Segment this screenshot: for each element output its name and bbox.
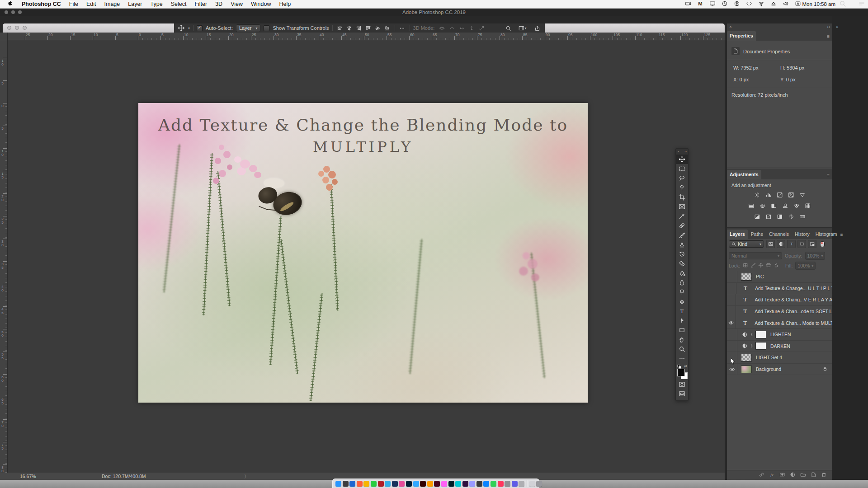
selective-color-button[interactable] bbox=[787, 213, 795, 220]
gradient-tool[interactable] bbox=[676, 268, 688, 278]
vibrance-button[interactable] bbox=[798, 192, 806, 198]
layer-row-pic[interactable]: PIC bbox=[727, 271, 832, 283]
status-m-logo[interactable]: M bbox=[697, 0, 703, 8]
layer-name[interactable]: LIGHTEN bbox=[770, 332, 791, 337]
share-button[interactable] bbox=[533, 24, 541, 32]
layer-row-add-texture-chan-ode-to-soft-light[interactable]: TAdd Texture & Chan...ode to SOFT LIGHT bbox=[727, 306, 832, 318]
dock-app-12[interactable] bbox=[413, 481, 419, 487]
foreground-color-swatch[interactable] bbox=[677, 369, 685, 376]
status-chevron-icon[interactable]: 〉 bbox=[244, 474, 249, 480]
blend-mode-dropdown[interactable]: Normal▾ bbox=[729, 252, 782, 259]
menubar-clock[interactable]: Mon 10:58 am bbox=[801, 1, 836, 7]
dock-app-13[interactable] bbox=[420, 481, 426, 487]
layer-row-add-texture-change-u-l-t-i-p-l-y-or[interactable]: TAdd Texture & Change... U L T I P L Y o… bbox=[727, 283, 832, 295]
rectangle-tool[interactable] bbox=[676, 325, 688, 335]
dock-app-4[interactable] bbox=[357, 481, 363, 487]
menu-item-file[interactable]: File bbox=[65, 1, 82, 7]
menu-item-window[interactable]: Window bbox=[247, 1, 275, 7]
add-layer-mask-button[interactable] bbox=[779, 471, 785, 479]
menu-item-image[interactable]: Image bbox=[100, 1, 124, 7]
curves-button[interactable] bbox=[776, 192, 783, 198]
slide-3d-camera-button[interactable] bbox=[467, 24, 476, 32]
channel-mixer-button[interactable] bbox=[793, 202, 801, 209]
zoom-level-field[interactable]: 16.67% bbox=[20, 474, 36, 479]
height-field[interactable]: H: 5304 px bbox=[780, 65, 804, 70]
layer-thumbnail[interactable] bbox=[741, 366, 752, 373]
horizontal-ruler[interactable]: 2520151050510152025303540455055606570758… bbox=[7, 33, 725, 40]
dock-app-21[interactable] bbox=[476, 481, 482, 487]
panel-menu-icon[interactable]: ≡ bbox=[827, 34, 832, 41]
status-spotlight[interactable] bbox=[839, 0, 846, 9]
document-titlebar-right[interactable] bbox=[545, 23, 725, 33]
dock-app-11[interactable] bbox=[406, 481, 412, 487]
eraser-tool[interactable] bbox=[676, 259, 688, 268]
dock-app-26[interactable] bbox=[512, 481, 518, 487]
new-adjustment-layer-button[interactable] bbox=[790, 471, 796, 479]
edit-toolbar-tool[interactable] bbox=[676, 354, 688, 363]
layer-row-lighten[interactable]: LIGHTEN bbox=[727, 329, 832, 341]
opacity-value[interactable]: 100%▾ bbox=[805, 252, 826, 260]
dock-app-2[interactable] bbox=[343, 481, 349, 487]
layer-visibility-toggle[interactable] bbox=[727, 283, 736, 294]
dock-app-22[interactable] bbox=[483, 481, 489, 487]
status-accessibility[interactable] bbox=[734, 0, 740, 8]
hue-saturation-button[interactable] bbox=[748, 202, 755, 209]
panel-menu-icon[interactable]: ≡ bbox=[840, 232, 846, 239]
align-vertical-centers-button[interactable] bbox=[374, 24, 382, 32]
vertical-ruler[interactable]: 10505101520253035404550556065707580 bbox=[0, 40, 8, 473]
dock-app-16[interactable] bbox=[441, 481, 447, 487]
delete-layer-button[interactable] bbox=[821, 471, 827, 479]
expand-dock-icon[interactable]: « bbox=[836, 24, 838, 29]
lasso-tool[interactable] bbox=[676, 174, 688, 183]
posterize-button[interactable] bbox=[764, 213, 772, 220]
layer-name[interactable]: LIGHT Set 4 bbox=[756, 355, 782, 360]
fill-value[interactable]: 100%▾ bbox=[795, 262, 816, 270]
lock-lock-transparent-button[interactable] bbox=[743, 263, 748, 269]
tab-properties[interactable]: Properties bbox=[727, 31, 756, 41]
status-eject[interactable] bbox=[770, 0, 777, 8]
dock-app-6[interactable] bbox=[371, 481, 377, 487]
default-colors-icon[interactable] bbox=[677, 365, 680, 368]
align-left-edges-button[interactable] bbox=[336, 24, 344, 32]
dock-app-7[interactable] bbox=[378, 481, 384, 487]
layer-row-darken[interactable]: DARKEN bbox=[727, 341, 832, 352]
type-tool[interactable]: T bbox=[676, 306, 688, 316]
layer-filter-toggle[interactable] bbox=[820, 241, 825, 247]
dock-app-3[interactable] bbox=[349, 481, 355, 487]
roll-3d-camera-button[interactable] bbox=[448, 24, 456, 32]
layer-visibility-toggle[interactable] bbox=[727, 352, 737, 363]
type-layer-filter-button[interactable]: T bbox=[787, 240, 796, 248]
auto-select-checkbox[interactable] bbox=[197, 25, 203, 31]
width-field[interactable]: W: 7952 px bbox=[733, 65, 758, 70]
marquee-tool[interactable] bbox=[676, 164, 688, 174]
status-input-source[interactable] bbox=[795, 0, 801, 8]
new-group-button[interactable] bbox=[800, 471, 806, 479]
dock-finder[interactable] bbox=[335, 481, 341, 487]
clone-stamp-tool[interactable] bbox=[676, 240, 688, 249]
document-titlebar-left[interactable] bbox=[3, 23, 174, 33]
status-display[interactable] bbox=[709, 0, 716, 8]
layer-thumbnail[interactable] bbox=[741, 273, 752, 281]
canvas-artwork[interactable]: Add Texture & Change the Blending Mode t… bbox=[138, 103, 588, 403]
brush-tool[interactable] bbox=[676, 230, 688, 240]
align-horizontal-centers-button[interactable] bbox=[345, 24, 354, 32]
screen-mode-button[interactable] bbox=[676, 389, 688, 399]
align-top-edges-button[interactable] bbox=[364, 24, 373, 32]
layer-name[interactable]: Add Texture & Chang...V E R L A Y Adjust bbox=[755, 297, 832, 302]
hand-tool[interactable] bbox=[676, 335, 688, 344]
menu-item-select[interactable]: Select bbox=[167, 1, 191, 7]
lock-lock-all-button[interactable] bbox=[774, 263, 779, 269]
invert-button[interactable] bbox=[753, 213, 761, 220]
adjustment-layer-filter-button[interactable] bbox=[777, 240, 785, 248]
panel-menu-icon[interactable]: ≡ bbox=[827, 173, 832, 179]
layer-thumbnail[interactable] bbox=[741, 354, 752, 361]
collapse-panels-icon[interactable]: ‹‹ bbox=[827, 24, 830, 29]
dock-app-24[interactable] bbox=[498, 481, 504, 487]
pixel-layer-filter-button[interactable] bbox=[766, 240, 775, 248]
quick-mask-button[interactable] bbox=[676, 380, 688, 389]
apple-menu[interactable] bbox=[3, 0, 18, 8]
dodge-tool[interactable] bbox=[676, 287, 688, 297]
layer-visibility-toggle[interactable] bbox=[727, 329, 737, 340]
new-layer-button[interactable] bbox=[811, 471, 816, 479]
layer-name[interactable]: PIC bbox=[756, 274, 764, 279]
